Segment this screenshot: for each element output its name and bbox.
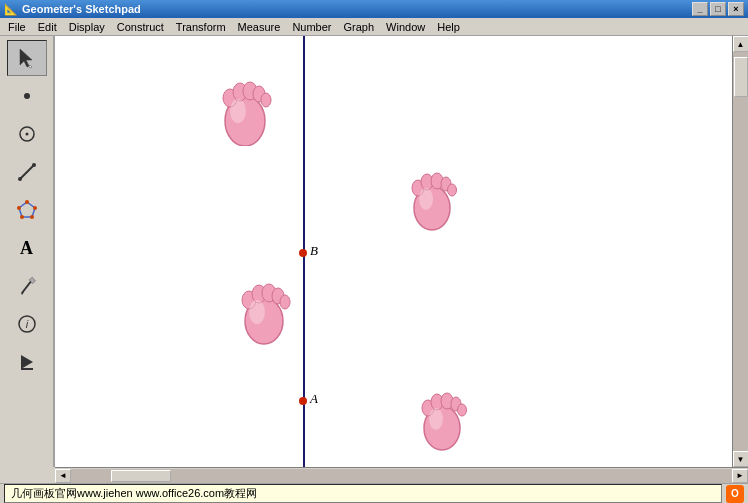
scroll-down-button[interactable]: ▼ — [733, 451, 749, 467]
point-b-label: B — [310, 243, 318, 259]
canvas[interactable]: B A — [55, 36, 732, 467]
menu-number[interactable]: Number — [286, 20, 337, 34]
close-button[interactable]: × — [728, 2, 744, 16]
svg-point-10 — [33, 206, 37, 210]
svg-marker-1 — [29, 65, 32, 68]
info-tool[interactable]: i — [7, 306, 47, 342]
svg-point-48 — [429, 408, 443, 430]
scroll-right-button[interactable]: ► — [732, 469, 748, 483]
footprint-2 — [400, 146, 465, 234]
svg-text:i: i — [25, 318, 28, 330]
point-a[interactable] — [299, 397, 307, 405]
select-tool[interactable] — [7, 40, 47, 76]
main-area: A i — [0, 36, 748, 467]
title-bar-left: 📐 Geometer's Sketchpad — [4, 3, 141, 16]
polygon-tool[interactable] — [7, 192, 47, 228]
status-bar: 几何画板官网www.jiehen www.office26.com教程网 O — [0, 483, 748, 503]
svg-point-9 — [25, 200, 29, 204]
svg-point-26 — [261, 93, 271, 107]
svg-line-14 — [22, 280, 32, 293]
svg-point-47 — [458, 404, 467, 416]
footprint-4 — [410, 366, 475, 454]
svg-point-27 — [230, 99, 246, 123]
svg-point-40 — [280, 295, 290, 309]
menu-transform[interactable]: Transform — [170, 20, 232, 34]
office-icon: O — [726, 485, 744, 503]
menu-graph[interactable]: Graph — [338, 20, 381, 34]
title-bar-controls: _ □ × — [692, 2, 744, 16]
compass-tool[interactable] — [7, 116, 47, 152]
svg-point-34 — [419, 188, 433, 210]
toolbar: A i — [0, 36, 55, 467]
vertical-scrollbar: ▲ ▼ — [732, 36, 748, 467]
menu-measure[interactable]: Measure — [232, 20, 287, 34]
title-text: Geometer's Sketchpad — [22, 3, 141, 15]
maximize-button[interactable]: □ — [710, 2, 726, 16]
svg-point-13 — [17, 206, 21, 210]
bottom-scroll-area: ◄ ► — [55, 467, 748, 483]
footprint-3 — [230, 258, 298, 349]
scroll-track-v[interactable] — [733, 52, 749, 451]
pen-tool[interactable] — [7, 268, 47, 304]
svg-marker-0 — [20, 49, 32, 67]
line-tool[interactable] — [7, 154, 47, 190]
scroll-up-button[interactable]: ▲ — [733, 36, 749, 52]
svg-point-2 — [24, 93, 30, 99]
svg-point-11 — [30, 215, 34, 219]
menu-bar: File Edit Display Construct Transform Me… — [0, 18, 748, 36]
svg-point-7 — [32, 163, 36, 167]
point-a-label: A — [310, 391, 318, 407]
svg-line-5 — [20, 165, 34, 179]
point-b[interactable] — [299, 249, 307, 257]
svg-point-33 — [448, 184, 457, 196]
custom-tool[interactable] — [7, 344, 47, 380]
point-tool[interactable] — [7, 78, 47, 114]
minimize-button[interactable]: _ — [692, 2, 708, 16]
menu-file[interactable]: File — [2, 20, 32, 34]
svg-marker-8 — [19, 202, 35, 217]
scroll-thumb-h[interactable] — [111, 470, 171, 482]
svg-point-6 — [18, 177, 22, 181]
scroll-track-h[interactable] — [71, 469, 732, 483]
menu-edit[interactable]: Edit — [32, 20, 63, 34]
svg-marker-19 — [21, 355, 33, 369]
svg-point-12 — [20, 215, 24, 219]
footer: ◄ ► 几何画板官网www.jiehen www.office26.com教程网… — [0, 467, 748, 503]
scroll-left-button[interactable]: ◄ — [55, 469, 71, 483]
status-text: 几何画板官网www.jiehen www.office26.com教程网 — [4, 484, 722, 503]
menu-display[interactable]: Display — [63, 20, 111, 34]
svg-point-4 — [25, 133, 28, 136]
app-icon: 📐 — [4, 3, 18, 16]
menu-window[interactable]: Window — [380, 20, 431, 34]
canvas-container: B A ▲ ▼ — [55, 36, 748, 467]
scroll-thumb-v[interactable] — [734, 57, 748, 97]
menu-help[interactable]: Help — [431, 20, 466, 34]
menu-construct[interactable]: Construct — [111, 20, 170, 34]
office-logo-area: O — [726, 485, 744, 503]
horizontal-scrollbar: ◄ ► — [55, 467, 748, 483]
title-bar: 📐 Geometer's Sketchpad _ □ × — [0, 0, 748, 18]
text-tool[interactable]: A — [7, 230, 47, 266]
footprint-1 — [210, 56, 280, 149]
svg-point-41 — [249, 300, 265, 324]
